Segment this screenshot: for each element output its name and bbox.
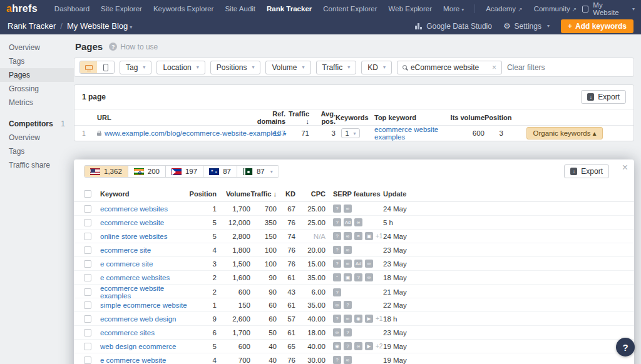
mobile-toggle-button[interactable] (97, 61, 114, 73)
overlay-export-button[interactable]: ↓ Export (564, 164, 609, 178)
page-url-cell: www.example.com/blog/ecommerce-website-e… (97, 129, 252, 137)
sidebar-item-metrics[interactable]: Metrics (0, 96, 74, 109)
update-value: 22 May (382, 301, 624, 309)
keyword-link[interactable]: ecommerce website (100, 219, 188, 226)
keyword-search-input[interactable]: eCommerce website × (397, 61, 502, 74)
filter-tag-button[interactable]: Tag▾ (120, 61, 151, 74)
keyword-link[interactable]: e commerce website (100, 356, 188, 364)
col-keywords[interactable]: Keywords (336, 114, 366, 121)
row-checkbox[interactable] (84, 301, 91, 309)
col-keyword[interactable]: Keyword (100, 190, 188, 198)
settings-menu[interactable]: ⚙Settings▾ (503, 21, 550, 31)
row-checkbox[interactable] (84, 219, 91, 226)
col-position[interactable]: Position (188, 190, 217, 198)
col-top-keyword[interactable]: Top keyword (366, 114, 447, 121)
row-checkbox[interactable] (84, 274, 91, 281)
filter-positions-button[interactable]: Positions▾ (210, 61, 261, 74)
keyword-link[interactable]: ecommerce web design (100, 315, 188, 323)
help-button[interactable]: ? (616, 338, 635, 356)
col-traffic[interactable]: Traffic ↓ (285, 110, 309, 125)
col-its-volume[interactable]: Its volume (447, 114, 485, 121)
keyword-link[interactable]: ecommerce website examples (100, 285, 188, 300)
close-icon[interactable]: × (622, 162, 628, 173)
clear-search-icon[interactable]: × (492, 63, 496, 72)
serp-paa-icon: ? (333, 260, 341, 268)
breadcrumb-project[interactable]: My Website Blog▾ (67, 21, 132, 31)
col-position[interactable]: Position (485, 114, 503, 121)
country-tab-in[interactable]: 200 (128, 166, 166, 177)
keyword-link[interactable]: ecommerce sites (100, 329, 188, 336)
ref-domains-value[interactable]: 137 (252, 129, 285, 137)
country-tab-pk[interactable]: 87▾ (237, 166, 279, 177)
col-kd[interactable]: KD (277, 190, 295, 198)
nav-item-site-audit[interactable]: Site Audit (225, 5, 255, 13)
row-checkbox[interactable] (84, 246, 91, 254)
nav-item-academy[interactable]: Academy↗ (486, 5, 522, 13)
sidebar-item-grossing[interactable]: Grossing (0, 82, 74, 96)
row-checkbox[interactable] (84, 329, 91, 336)
col-cpc[interactable]: CPC (295, 190, 326, 198)
nav-item-web-explorer[interactable]: Web Explorer (389, 5, 432, 13)
external-link-icon: ↗ (518, 6, 523, 13)
filter-traffic-button[interactable]: Traffic▾ (316, 61, 357, 74)
nav-item-content-explorer[interactable]: Content Explorer (323, 5, 377, 13)
traffic-value: 40 (250, 356, 277, 364)
nav-item-more[interactable]: More▾ (443, 5, 464, 13)
clear-filters-link[interactable]: Clear filters (507, 63, 545, 72)
select-all-checkbox[interactable] (84, 190, 91, 198)
position-value: 5 (188, 343, 217, 350)
filter-volume-button[interactable]: Volume▾ (265, 61, 310, 74)
row-checkbox[interactable] (84, 233, 91, 240)
nav-item-keywords-explorer[interactable]: Keywords Explorer (153, 5, 214, 13)
search-value: eCommerce website (411, 63, 488, 72)
col-serp-features[interactable]: SERP features (326, 190, 382, 198)
row-checkbox[interactable] (84, 343, 91, 350)
sidebar-item-overview[interactable]: Overview (0, 131, 74, 144)
breadcrumb-app[interactable]: Rank Tracker (8, 21, 56, 31)
row-checkbox[interactable] (84, 260, 91, 268)
ahrefs-logo[interactable]: ahrefs (6, 3, 38, 14)
col-update[interactable]: Update (382, 190, 624, 198)
sidebar-item-traffic-share[interactable]: Traffic share (0, 158, 74, 172)
col-volume[interactable]: Volume (217, 190, 250, 198)
row-checkbox[interactable] (84, 288, 91, 296)
keyword-link[interactable]: web design ecommerce (100, 343, 188, 350)
country-tab-us[interactable]: 1,362 (85, 166, 128, 177)
keyword-link[interactable]: online store websites (100, 233, 188, 240)
how-to-use-link[interactable]: ? How to use (109, 43, 158, 51)
sidebar-item-tags[interactable]: Tags (0, 54, 74, 68)
nav-item-site-explorer[interactable]: Site Explorer (101, 5, 142, 13)
col-avg-pos[interactable]: Avg. pos. (309, 110, 336, 125)
row-checkbox[interactable] (84, 356, 91, 364)
sidebar-item-tags[interactable]: Tags (0, 144, 74, 158)
nav-item-dashboard[interactable]: Dashboard (54, 5, 90, 13)
sidebar-item-pages[interactable]: Pages (0, 68, 74, 82)
organic-keywords-button[interactable]: Organic keywords ▴ (526, 127, 602, 139)
desktop-toggle-button[interactable] (80, 61, 97, 73)
filter-kd-button[interactable]: KD▾ (361, 61, 392, 74)
volume-value: 1,600 (217, 274, 250, 281)
nav-item-rank-tracker[interactable]: Rank Tracker (267, 5, 312, 13)
add-keywords-button[interactable]: +Add keywords (561, 19, 633, 33)
export-button[interactable]: ↓ Export (581, 90, 626, 104)
position-value: 2 (188, 288, 217, 296)
row-checkbox[interactable] (84, 205, 91, 213)
keywords-dropdown[interactable]: 1▾ (341, 128, 359, 138)
nav-item-community[interactable]: Community↗ (534, 5, 577, 13)
top-keyword-link[interactable]: ecommerce website examples (374, 126, 438, 141)
col-traffic[interactable]: Traffic ↓ (250, 190, 277, 198)
google-data-studio-link[interactable]: Google Data Studio (414, 22, 492, 31)
sidebar-item-overview[interactable]: Overview (0, 41, 74, 54)
keyword-link[interactable]: simple ecommerce website (100, 301, 188, 309)
col-ref-domains[interactable]: Ref. domains (252, 110, 285, 125)
country-tab-ph[interactable]: 197 (166, 166, 203, 177)
workspace-switcher[interactable]: My Website ▾ (582, 1, 635, 16)
row-checkbox[interactable] (84, 315, 91, 323)
keyword-link[interactable]: e commerce websites (100, 274, 188, 281)
keyword-link[interactable]: e commerce site (100, 260, 188, 268)
keyword-link[interactable]: ecommerce websites (100, 205, 188, 213)
col-url[interactable]: URL (97, 114, 252, 121)
keyword-link[interactable]: ecommerce site (100, 246, 188, 254)
country-tab-au[interactable]: 87 (203, 166, 237, 177)
filter-location-button[interactable]: Location▾ (156, 61, 205, 74)
